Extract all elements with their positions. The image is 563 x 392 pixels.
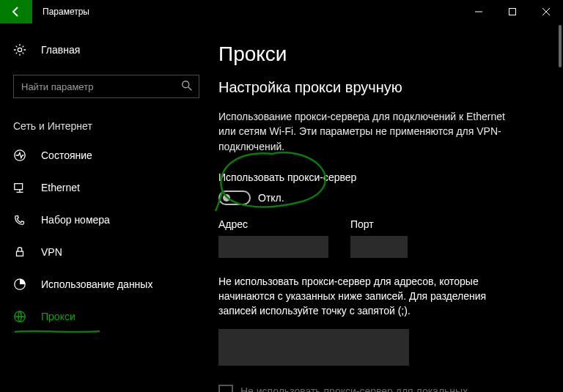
svg-point-2 [183,81,189,88]
sidebar-item-ethernet[interactable]: Ethernet [0,171,213,204]
back-button[interactable] [0,0,32,23]
proxy-icon [13,310,26,323]
sidebar-item-label: Ethernet [41,182,80,193]
address-label: Адрес [218,218,328,230]
sidebar-item-proxy[interactable]: Прокси [0,300,213,333]
home-button[interactable]: Главная [0,35,213,64]
sidebar-item-label: Использование данных [41,278,152,290]
svg-rect-4 [15,184,23,190]
use-proxy-toggle-label: Использовать прокси-сервер [218,171,548,183]
sidebar-item-vpn[interactable]: VPN [0,236,213,268]
local-addresses-checkbox-label: Не использовать прокси-сервер для локаль… [240,385,504,392]
minimize-icon [475,8,482,15]
sidebar: Главная Сеть и Интернет Состояние Ethern… [0,23,213,392]
exceptions-input[interactable] [218,329,409,366]
page-title: Прокси [218,42,548,66]
local-addresses-checkbox[interactable] [218,385,233,392]
sidebar-item-label: Состояние [41,149,92,161]
sidebar-item-label: VPN [41,246,62,258]
exceptions-note: Не использовать прокси-сервер для адресо… [218,274,526,319]
search-container [13,75,199,98]
sidebar-item-dialup[interactable]: Набор номера [0,204,213,236]
close-icon [542,8,550,15]
use-proxy-toggle-state: Откл. [258,192,284,204]
gear-icon [13,43,26,56]
close-button[interactable] [529,0,563,23]
sidebar-item-label: Набор номера [41,214,110,226]
main-content: Прокси Настройка прокси вручную Использо… [213,23,563,392]
minimize-button[interactable] [462,0,496,23]
use-proxy-toggle[interactable] [218,191,251,205]
back-arrow-icon [10,6,22,18]
port-input[interactable] [350,236,408,258]
toggle-knob [223,194,230,201]
port-label: Порт [350,218,408,230]
ethernet-icon [13,181,26,194]
status-icon [13,149,26,162]
maximize-button[interactable] [496,0,529,23]
home-label: Главная [41,44,80,56]
sidebar-item-label: Прокси [41,311,76,322]
section-title: Настройка прокси вручную [218,79,548,96]
scrollbar-thumb[interactable] [559,25,562,67]
svg-point-1 [18,48,21,51]
search-icon [180,79,194,92]
data-usage-icon [13,278,26,291]
svg-rect-5 [17,251,23,256]
vpn-icon [13,245,26,259]
window-title: Параметры [43,7,462,17]
svg-rect-0 [509,9,516,15]
sidebar-item-data-usage[interactable]: Использование данных [0,268,213,300]
search-input[interactable] [13,75,199,98]
sidebar-item-status[interactable]: Состояние [0,139,213,171]
section-description: Использование прокси-сервера для подключ… [218,109,519,154]
maximize-icon [509,8,516,15]
dialup-icon [13,213,26,226]
sidebar-category-header: Сеть и Интернет [0,120,213,132]
address-input[interactable] [218,236,328,258]
